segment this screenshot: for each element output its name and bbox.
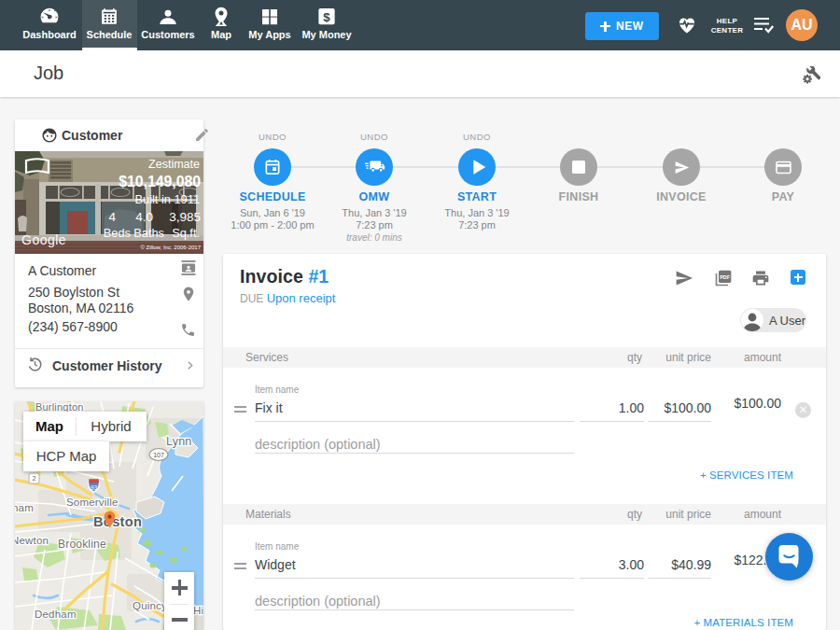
svg-text:PDF: PDF	[720, 274, 731, 280]
svg-text:Built in 1911: Built in 1911	[135, 192, 200, 206]
svg-text:Google: Google	[21, 232, 66, 247]
svg-text:Zestimate: Zestimate	[148, 158, 200, 171]
svg-text:Quincy: Quincy	[133, 600, 167, 611]
svg-text:© Zillow, Inc. 2006-2017: © Zillow, Inc. 2006-2017	[141, 245, 202, 250]
svg-text:Somerville: Somerville	[66, 497, 119, 508]
svg-text:107: 107	[153, 452, 164, 458]
svg-text:$10,149,080: $10,149,080	[119, 174, 201, 189]
svg-text:Brookline: Brookline	[58, 538, 106, 551]
svg-text:Lynn: Lynn	[166, 435, 191, 448]
svg-text:4.0: 4.0	[135, 210, 153, 224]
svg-text:Boston: Boston	[93, 514, 142, 529]
svg-text:$: $	[323, 10, 330, 24]
svg-text:4: 4	[108, 210, 116, 224]
svg-text:2: 2	[33, 475, 36, 482]
svg-text:Sq.ft.: Sq.ft.	[172, 226, 200, 240]
svg-text:Hi: Hi	[193, 605, 203, 616]
svg-text:Beds: Beds	[104, 226, 131, 240]
svg-text:93: 93	[91, 484, 98, 491]
svg-text:Dedham: Dedham	[35, 609, 77, 620]
svg-text:Baths: Baths	[133, 226, 164, 240]
svg-text:Newton: Newton	[15, 535, 49, 546]
svg-text:3,985: 3,985	[169, 210, 201, 224]
svg-text:ham: ham	[15, 502, 34, 513]
